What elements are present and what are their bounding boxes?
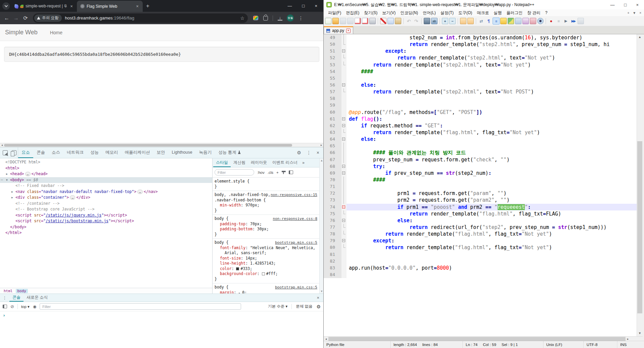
scroll-down-icon[interactable]: ▼ [637, 331, 643, 336]
cut-icon[interactable] [380, 18, 386, 24]
fold-collapse-icon[interactable] [342, 219, 345, 222]
rendering-painter-icon[interactable] [282, 171, 286, 174]
menu-창 관리[interactable]: 창 관리 [525, 10, 543, 16]
console-settings-gear-icon[interactable]: ⚙ [316, 304, 321, 309]
tree-row[interactable]: ⋯▼<body> == $0 [0, 177, 212, 183]
address-bar[interactable]: 주의 요함 host3.dreamhack.games:19646/flag ☆ [33, 13, 248, 23]
styles-filter-input[interactable] [215, 169, 254, 176]
fold-margin[interactable] [341, 143, 347, 149]
bookmark-margin[interactable] [337, 204, 341, 210]
fold-margin[interactable] [341, 170, 347, 177]
forward-button[interactable]: → [11, 15, 21, 21]
close-icon[interactable] [355, 18, 361, 24]
bookmark-margin[interactable] [337, 265, 341, 271]
toggle-hover-state-button[interactable]: :hov [257, 170, 265, 175]
bookmark-margin[interactable] [337, 237, 341, 244]
bookmark-margin[interactable] [337, 68, 341, 75]
tab-close-icon[interactable]: × [135, 4, 140, 9]
tree-row[interactable]: </html> [0, 230, 212, 236]
scroll-up-icon[interactable]: ▲ [637, 34, 643, 40]
stylesheet-link[interactable]: bootstrap.min.css:5 [275, 240, 317, 245]
tab-app-py[interactable]: app.py ✕ [324, 26, 353, 34]
code-line-73[interactable]: 73 prm2 = request.form.get("param2", "") [324, 197, 637, 203]
style-property[interactable]: line-height: 1.42857143; [215, 261, 318, 266]
fold-collapse-icon[interactable] [342, 171, 345, 175]
fold-margin[interactable] [341, 231, 347, 237]
fold-collapse-icon[interactable] [342, 117, 345, 120]
tree-row[interactable]: ▶<head>…</head> [0, 171, 212, 177]
style-property[interactable]: padding-bottom: 30px; [215, 227, 318, 232]
expand-arrow-closed-icon[interactable]: ▶ [11, 195, 13, 201]
styles-tab-스타일[interactable]: 스타일 [213, 158, 231, 167]
word-wrap-icon[interactable]: ≡ [493, 18, 499, 24]
code-line-56[interactable]: 56 else: [324, 82, 637, 88]
code-line-64[interactable]: 64 else: [324, 136, 637, 143]
fold-margin[interactable] [341, 204, 347, 210]
code-line-67[interactable]: 67 prev_step_num = request.form.get("che… [324, 156, 637, 163]
bookmark-margin[interactable] [337, 102, 341, 109]
fold-margin[interactable] [341, 210, 347, 217]
fold-collapse-icon[interactable] [342, 124, 345, 127]
menu-찾기(S)[interactable]: 찾기(S) [362, 10, 380, 16]
settings-gear-icon[interactable]: ⚙ [297, 150, 301, 155]
bookmark-margin[interactable] [337, 88, 341, 95]
menu-도구(O)[interactable]: 도구(O) [456, 10, 474, 16]
styles-scrollbar[interactable]: ▲ ▼ [319, 158, 323, 294]
maximize-button[interactable]: □ [624, 2, 627, 7]
code-line-52[interactable]: 52 return render_template("step2.html", … [324, 54, 637, 61]
breadcrumb-item-html[interactable]: html [2, 289, 14, 293]
distraction-free-icon[interactable] [467, 18, 474, 24]
redo-icon[interactable]: ↷ [413, 18, 419, 24]
menu-right-glyph[interactable]: + [627, 11, 629, 15]
styles-tab-레이아웃[interactable]: 레이아웃 [248, 158, 270, 167]
code-line-51[interactable]: 51 except: [324, 48, 637, 54]
fold-margin[interactable] [341, 136, 347, 143]
expand-arrow-closed-icon[interactable]: ▶ [11, 189, 13, 195]
fold-margin[interactable] [341, 34, 347, 41]
bookmark-margin[interactable] [337, 156, 341, 163]
code-line-60[interactable]: 60@app.route("/flag", methods=["GET", "P… [324, 109, 637, 116]
device-toolbar-icon[interactable] [12, 150, 16, 155]
close-button[interactable]: × [315, 3, 317, 8]
fold-margin[interactable] [341, 183, 347, 190]
fold-margin[interactable] [341, 224, 347, 231]
style-property[interactable]: margin: ▸ 0; [215, 290, 318, 294]
devtools-tab-애플리케이션[interactable]: 애플리케이션 [122, 147, 153, 158]
function-completion-icon[interactable] [500, 18, 507, 24]
show-all-characters-icon[interactable]: ¶ [486, 18, 492, 24]
log-levels-dropdown[interactable]: 기본 수준 ▾ [268, 304, 287, 309]
drawer-close-icon[interactable]: × [317, 294, 323, 302]
scroll-up-icon[interactable]: ▲ [320, 159, 323, 162]
menu-설정(T)[interactable]: 설정(T) [438, 10, 456, 16]
file-monitoring-icon[interactable] [537, 18, 544, 24]
fold-margin[interactable] [341, 129, 347, 136]
tree-row[interactable]: <!-- /container --> [0, 201, 212, 207]
bookmark-margin[interactable] [337, 109, 341, 116]
bookmark-margin[interactable] [337, 271, 341, 278]
code-line-82[interactable]: 82 [324, 258, 637, 265]
bookmark-margin[interactable] [337, 163, 341, 170]
fold-collapse-icon[interactable] [342, 49, 345, 52]
tab-close-icon[interactable]: × [69, 4, 74, 9]
browser-tab-1[interactable]: simple-web-request | 워게× [11, 1, 77, 12]
devtools-tab-콘솔[interactable]: 콘솔 [33, 147, 48, 158]
menu-right-glyph[interactable]: ▼ [633, 11, 636, 15]
bookmark-margin[interactable] [337, 75, 341, 82]
console-tab-콘솔[interactable]: 콘솔 [9, 294, 24, 302]
code-line-79[interactable]: 79 except: [324, 237, 637, 244]
macro-save-icon[interactable] [578, 18, 584, 24]
bookmark-margin[interactable] [337, 170, 341, 177]
live-expression-eye-icon[interactable]: ◉ [33, 304, 36, 309]
restore-default-zoom-icon[interactable] [460, 18, 466, 24]
bookmark-margin[interactable] [337, 41, 341, 48]
bookmark-margin[interactable] [337, 210, 341, 217]
fold-margin[interactable] [341, 217, 347, 224]
fold-margin[interactable] [341, 41, 347, 48]
menu-편집(E)[interactable]: 편집(E) [343, 10, 362, 16]
tree-row[interactable]: <html> [0, 165, 212, 171]
bookmark-margin[interactable] [337, 190, 341, 197]
menu-매크로[interactable]: 매크로 [474, 10, 491, 16]
pinned-extension-icon[interactable] [253, 16, 258, 20]
menu-보기(V)[interactable]: 보기(V) [380, 10, 398, 16]
tree-row[interactable]: ▶<nav class="navbar navbar-default navba… [0, 189, 212, 195]
